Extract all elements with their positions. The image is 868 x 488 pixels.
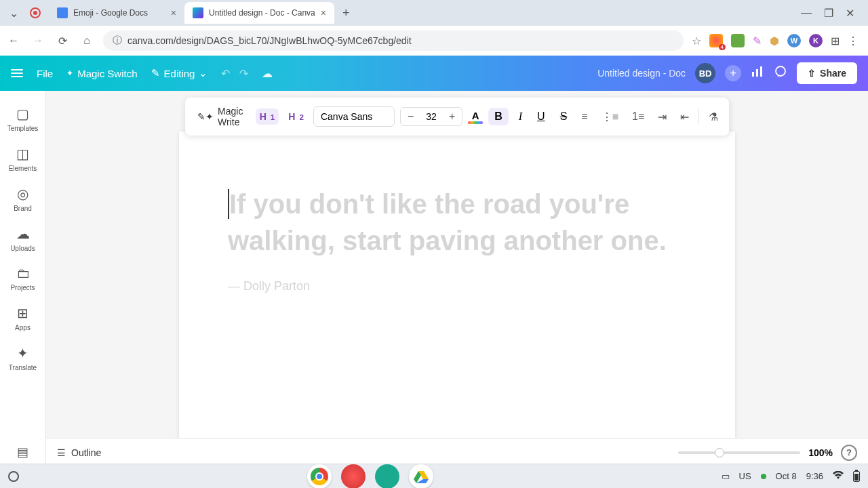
magic-switch-button[interactable]: ✦ Magic Switch xyxy=(66,68,137,79)
sidebar-label: Uploads xyxy=(10,245,35,252)
underline-button[interactable]: U xyxy=(532,108,550,125)
strikethrough-button[interactable]: S xyxy=(555,108,572,125)
extension-yellow-icon[interactable]: ⬢ xyxy=(770,35,779,47)
maximize-icon[interactable]: ❐ xyxy=(824,7,833,20)
sidebar-item-elements[interactable]: ◫ Elements xyxy=(0,139,45,179)
close-window-icon[interactable]: ✕ xyxy=(846,7,854,20)
bookmark-star-icon[interactable]: ☆ xyxy=(692,35,701,47)
sidebar-label: Templates xyxy=(7,125,39,132)
sidebar-item-translate[interactable]: ✦ Translate xyxy=(0,338,45,378)
tab-search-dropdown[interactable]: ⌄ xyxy=(5,7,22,20)
site-info-icon[interactable]: ⓘ xyxy=(113,35,122,47)
undo-button[interactable]: ↶ xyxy=(221,67,230,80)
placeholder-quote[interactable]: If you don't like the road you're walkin… xyxy=(228,186,686,259)
cloud-sync-icon[interactable]: ☁ xyxy=(262,67,273,80)
add-collaborator-button[interactable]: + xyxy=(725,65,741,81)
os-app-red[interactable] xyxy=(341,464,366,489)
os-overview-icon[interactable]: ▭ xyxy=(722,471,730,481)
templates-icon: ▢ xyxy=(16,106,29,122)
zoom-level[interactable]: 100% xyxy=(808,447,833,458)
italic-button[interactable]: I xyxy=(514,108,527,125)
zoom-thumb[interactable] xyxy=(715,448,724,458)
tab-canva[interactable]: Untitled design - Doc - Canva × xyxy=(184,2,334,24)
document-name[interactable]: Untitled design - Doc xyxy=(597,68,686,79)
analytics-icon[interactable] xyxy=(751,65,764,81)
effects-button[interactable]: ⚗ xyxy=(705,108,722,126)
os-date[interactable]: Oct 8 xyxy=(776,471,797,481)
document-page[interactable]: If you don't like the road you're walkin… xyxy=(179,131,735,453)
minimize-icon[interactable]: — xyxy=(801,7,812,20)
canvas-scroll[interactable]: If you don't like the road you're walkin… xyxy=(46,91,868,466)
help-button[interactable]: ? xyxy=(841,445,857,461)
zoom-slider[interactable] xyxy=(678,451,800,454)
extensions-menu-icon[interactable]: ⊞ xyxy=(831,35,840,47)
sidebar-item-templates[interactable]: ▢ Templates xyxy=(0,99,45,139)
os-keyboard-lang[interactable]: US xyxy=(739,471,751,481)
svg-rect-2 xyxy=(760,66,762,77)
extension-adblock-icon[interactable]: 4 xyxy=(709,34,723,47)
sidebar-item-brand[interactable]: ◎ Brand xyxy=(0,179,45,219)
tab-close-icon[interactable]: × xyxy=(171,7,176,18)
sidebar-item-uploads[interactable]: ☁ Uploads xyxy=(0,219,45,259)
heading-2-button[interactable]: H2 xyxy=(284,108,308,125)
align-button[interactable]: ≡ xyxy=(577,108,591,125)
extension-k-icon[interactable]: K xyxy=(809,34,823,47)
tab-google-docs[interactable]: Emoji - Google Docs × xyxy=(49,2,184,24)
extension-w-icon[interactable]: W xyxy=(787,34,801,47)
redo-button[interactable]: ↷ xyxy=(239,67,248,80)
bold-button[interactable]: B xyxy=(488,108,509,125)
indent-increase-button[interactable]: ⇥ xyxy=(654,108,671,126)
os-time[interactable]: 9:36 xyxy=(806,471,823,481)
browser-menu-icon[interactable]: ⋮ xyxy=(848,35,859,47)
forward-button[interactable]: → xyxy=(30,35,46,47)
sidebar-item-apps[interactable]: ⊞ Apps xyxy=(0,298,45,338)
text-color-button[interactable]: A xyxy=(468,110,483,124)
file-menu[interactable]: File xyxy=(37,68,53,79)
tab-close-icon[interactable]: × xyxy=(321,7,326,18)
reload-button[interactable]: ⟳ xyxy=(54,35,71,47)
tab-title: Untitled design - Doc - Canva xyxy=(209,8,315,18)
apps-icon: ⊞ xyxy=(17,305,28,321)
sidebar: ▢ Templates ◫ Elements ◎ Brand ☁ Uploads… xyxy=(0,91,46,466)
share-button[interactable]: ⇧ Share xyxy=(797,62,857,84)
back-button[interactable]: ← xyxy=(5,35,22,47)
os-app-chrome[interactable] xyxy=(307,464,332,489)
svg-rect-0 xyxy=(752,72,754,77)
numbered-list-button[interactable]: 1≡ xyxy=(628,108,648,125)
sidebar-collapse-button[interactable]: ▤ xyxy=(0,438,45,466)
heading-1-button[interactable]: H1 xyxy=(256,108,279,125)
bottom-bar: ☰ Outline 100% ? xyxy=(46,438,868,466)
os-battery-icon[interactable] xyxy=(853,471,860,482)
outline-icon: ☰ xyxy=(57,447,66,458)
outline-button[interactable]: ☰ Outline xyxy=(57,447,101,458)
os-app-teal[interactable] xyxy=(375,464,399,489)
font-select[interactable]: Canva Sans xyxy=(313,106,395,127)
extension-icons: ☆ 4 ✎ ⬢ W K ⊞ ⋮ xyxy=(692,34,863,47)
brand-icon: ◎ xyxy=(17,186,28,202)
translate-icon: ✦ xyxy=(17,345,28,361)
os-wifi-icon[interactable] xyxy=(833,471,844,481)
extension-pen-icon[interactable]: ✎ xyxy=(753,35,762,47)
url-text: canva.com/design/DAGS_bicL70/JNgIwBLhwOQ… xyxy=(127,35,412,46)
editing-mode-button[interactable]: ✎ Editing ⌄ xyxy=(151,67,208,79)
browser-chrome: ⌄ Emoji - Google Docs × Untitled design … xyxy=(0,0,868,56)
os-launcher-icon[interactable] xyxy=(8,471,19,482)
sidebar-item-projects[interactable]: 🗀 Projects xyxy=(0,259,45,298)
new-tab-button[interactable]: + xyxy=(334,6,358,20)
sidebar-label: Translate xyxy=(9,364,37,371)
os-app-drive[interactable] xyxy=(409,464,433,489)
recording-indicator-icon[interactable] xyxy=(30,7,41,18)
magic-write-button[interactable]: ✎✦ Magic Write xyxy=(192,102,250,131)
font-size-value[interactable]: 32 xyxy=(420,111,442,122)
indent-decrease-button[interactable]: ⇤ xyxy=(676,108,693,126)
user-avatar[interactable]: BD xyxy=(695,63,715,83)
menu-hamburger-icon[interactable] xyxy=(11,69,23,77)
comment-icon[interactable] xyxy=(774,65,787,81)
bullet-list-button[interactable]: ⋮≡ xyxy=(597,108,623,126)
font-size-increase-button[interactable]: + xyxy=(442,108,462,125)
url-field[interactable]: ⓘ canva.com/design/DAGS_bicL70/JNgIwBLhw… xyxy=(103,30,684,51)
projects-icon: 🗀 xyxy=(16,266,30,281)
extension-green-icon[interactable] xyxy=(731,34,745,47)
home-button[interactable]: ⌂ xyxy=(79,35,95,47)
font-size-decrease-button[interactable]: − xyxy=(401,108,420,125)
